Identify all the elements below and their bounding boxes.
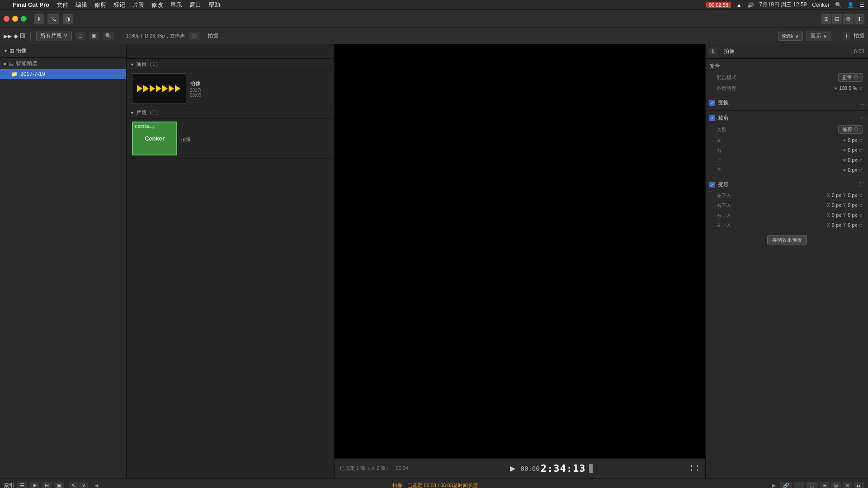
- timecode-area: 00:00 2:34:13: [521, 463, 586, 474]
- library-expand-icon[interactable]: ▼: [4, 49, 8, 53]
- timeline-scroll-right[interactable]: ▶: [772, 483, 776, 488]
- project-name: 拍像: [190, 80, 201, 88]
- resolution-label: 1080p HD 23.98p，立体声: [126, 33, 184, 39]
- distort-bottomleft-row: 左下方 X 0 px Y 0 px ↺: [706, 190, 868, 200]
- transform-checkbox[interactable]: ✓: [709, 100, 715, 106]
- all-segments-btn[interactable]: 所有片段 ∨: [36, 31, 72, 41]
- transport-controls: 🔗 ⋮ 🎧 ⊟ ◎ ⊘ ⏭: [780, 482, 864, 488]
- select-tool-btn[interactable]: ↖: [69, 482, 78, 488]
- crop-checkbox[interactable]: ✓: [709, 115, 715, 121]
- menu-view[interactable]: 显示: [170, 1, 182, 9]
- timeline-tool-btn[interactable]: ▣: [54, 482, 64, 488]
- distort-section: ✓ 变形 ⛶ 左下方 X 0 px Y 0 px ↺ 右下方 X 0 px: [706, 177, 868, 232]
- opacity-reset-icon[interactable]: ↺: [859, 86, 863, 91]
- distort-br-x-label: X: [827, 203, 830, 208]
- bottom-heart-icon[interactable]: ♥: [843, 168, 846, 173]
- separator2: [120, 32, 120, 41]
- menu-file[interactable]: 文件: [57, 1, 68, 9]
- menu-clip[interactable]: 片段: [132, 1, 144, 9]
- menu-modify[interactable]: 修改: [151, 1, 163, 9]
- fullscreen-button[interactable]: [21, 16, 27, 22]
- menu-window[interactable]: 窗口: [189, 1, 201, 9]
- fullscreen-btn[interactable]: ⛶: [689, 464, 700, 474]
- select-dropdown-btn[interactable]: ∨: [79, 482, 88, 488]
- segments-title: 片段（1）: [136, 109, 161, 117]
- crop-title[interactable]: ✓ 裁剪 □: [706, 113, 868, 124]
- tr-reset-icon[interactable]: ↺: [859, 213, 863, 218]
- crop-bottom-row: 下 ♥ 0 px ↺: [706, 165, 868, 175]
- search-btn[interactable]: 🔍: [103, 32, 114, 40]
- save-effects-btn[interactable]: 存储效果预置: [767, 235, 807, 245]
- library-item-2017[interactable]: 📁 2017-7-19: [0, 69, 126, 79]
- distort-tl-value: X 0 px Y 0 px ↺: [827, 222, 863, 228]
- transform-title[interactable]: ✓ 变换 □: [706, 97, 868, 108]
- export-btn[interactable]: ⬆: [854, 14, 864, 24]
- menu-help[interactable]: 帮助: [208, 1, 220, 9]
- toolbar-row2: ▶▶ ◆ 🎞 所有片段 ∨ ☰ ▣ 🔍 1080p HD 23.98p，立体声 …: [0, 28, 868, 44]
- snapping-btn[interactable]: ⋮: [794, 482, 804, 488]
- projects-expand-icon[interactable]: ▼: [130, 62, 134, 67]
- zoom-btn[interactable]: 65% ∨: [778, 32, 803, 41]
- crop-left-row: 左 ♥ 0 px ↺: [706, 135, 868, 145]
- video-quality-btn[interactable]: 🎥: [189, 32, 200, 40]
- left-heart-icon[interactable]: ♥: [843, 138, 846, 143]
- inspector-icon-btn[interactable]: ℹ: [843, 32, 850, 40]
- distort-checkbox[interactable]: ✓: [709, 182, 715, 188]
- date-time: 7月19日 周三 12:59: [760, 1, 807, 9]
- key-shortcut-button[interactable]: ⌥: [47, 14, 59, 24]
- top-heart-icon[interactable]: ♥: [843, 158, 846, 163]
- right-heart-icon[interactable]: ♥: [843, 148, 846, 153]
- import-button[interactable]: ⬇: [34, 14, 44, 24]
- timeline-grid-btn[interactable]: ⊞: [30, 482, 39, 488]
- menu-edit[interactable]: 编辑: [75, 1, 87, 9]
- list-view-btn[interactable]: ⊞: [821, 14, 831, 24]
- distort-tr-y-label: Y: [843, 213, 846, 218]
- right-reset-icon[interactable]: ↺: [859, 148, 863, 153]
- settings-btn[interactable]: ⚙: [843, 14, 854, 24]
- segment-label: KSIRStudy: [135, 124, 155, 129]
- skip-btn[interactable]: ⏭: [854, 482, 864, 488]
- distort-expand-icon: ⛶: [859, 182, 864, 188]
- grid-view-btn[interactable]: ⊟: [832, 14, 842, 24]
- top-reset-icon[interactable]: ↺: [859, 158, 863, 163]
- timeline-small-btn[interactable]: ⊟: [42, 482, 52, 488]
- project-item[interactable]: 拍像 2017/ 00:00: [127, 70, 334, 107]
- smart-folder-icon: 🗂: [9, 61, 14, 67]
- menu-extra-icon[interactable]: ☰: [859, 2, 864, 8]
- smart-btn[interactable]: ◆: [14, 33, 18, 39]
- segment-item[interactable]: KSIRStudy Cenker 拍像: [127, 119, 334, 159]
- clip-audio-btn[interactable]: ⊟: [820, 482, 829, 488]
- distort-topleft-row: 左上方 X 0 px Y 0 px ↺: [706, 220, 868, 230]
- bl-reset-icon[interactable]: ↺: [859, 193, 863, 198]
- opacity-heart-icon[interactable]: ♥: [835, 86, 837, 91]
- library-smart-group[interactable]: ▶ 🗂 智能精选: [0, 58, 126, 69]
- display-btn[interactable]: 显示 ∨: [807, 31, 831, 41]
- menu-mark[interactable]: 标记: [113, 1, 125, 9]
- headphones-btn[interactable]: 🎧: [806, 482, 818, 488]
- distort-title[interactable]: ✓ 变形 ⛶: [706, 179, 868, 190]
- inspector-info-btn[interactable]: ℹ: [709, 47, 717, 55]
- half-moon-button[interactable]: ◑: [63, 14, 73, 24]
- tl-reset-icon[interactable]: ↺: [859, 223, 863, 228]
- play-button[interactable]: ▶: [508, 463, 517, 474]
- close-button[interactable]: [4, 16, 9, 22]
- search-icon[interactable]: 🔍: [835, 2, 842, 8]
- library-title: 抱像: [16, 47, 27, 55]
- inspector-header: ℹ 拍像 6:03: [706, 44, 868, 59]
- br-reset-icon[interactable]: ↺: [859, 203, 863, 208]
- audio-attachment-btn[interactable]: 🔗: [780, 482, 792, 488]
- left-reset-icon[interactable]: ↺: [859, 138, 863, 143]
- segments-expand-icon[interactable]: ▼: [130, 111, 134, 115]
- minimize-button[interactable]: [12, 16, 18, 22]
- timeline-scroll-left[interactable]: ◀: [94, 483, 98, 488]
- solo-btn[interactable]: ◎: [831, 482, 841, 488]
- toolbar-row1: ⬇ ⌥ ◑ ⊞ ⊟ ⚙ ⬆: [0, 10, 868, 28]
- bottom-reset-icon[interactable]: ↺: [859, 168, 863, 173]
- pause-indicator: [589, 464, 593, 473]
- menu-trim[interactable]: 修剪: [94, 1, 106, 9]
- library-panel: ▼ ⊞ 抱像 ▶ 🗂 智能精选 📁 2017-7-19: [0, 44, 127, 478]
- timeline-list-btn[interactable]: ☰: [17, 482, 27, 488]
- clip-mode-btn[interactable]: ▣: [89, 32, 99, 40]
- list-mode-btn[interactable]: ☰: [75, 32, 85, 40]
- mute-btn[interactable]: ⊘: [843, 482, 852, 488]
